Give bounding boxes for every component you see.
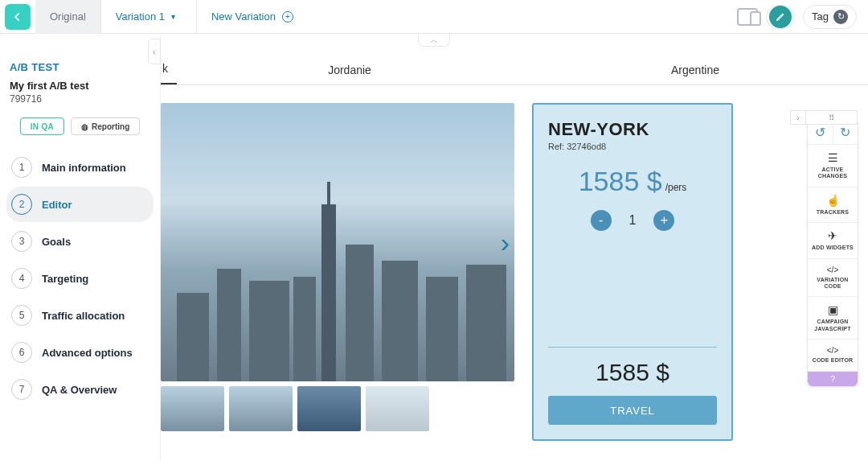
code-icon: </> <box>810 346 855 355</box>
preview-image-wrap: › <box>161 103 514 441</box>
preview-tab-jordanie[interactable]: Jordanie <box>177 64 522 84</box>
thumb-4[interactable] <box>366 386 429 431</box>
preview-content: › NEW-YORK Ref: 32746od8 1585 $/pers - 1 <box>161 85 868 441</box>
thumb-3[interactable] <box>297 386 361 431</box>
top-bar: Original Variation 1 ▾ New Variation + T… <box>0 0 868 34</box>
tool-variation-code[interactable]: </>VARIATION CODE <box>808 259 858 298</box>
test-name: My first A/B test <box>10 80 150 92</box>
new-variation-button[interactable]: New Variation + <box>203 10 301 23</box>
preview-tab-argentine[interactable]: Argentine <box>522 64 868 84</box>
tool-campaign-js[interactable]: ▣CAMPAIGN JAVASCRIPT <box>808 297 858 340</box>
chart-icon: ◍ <box>81 122 88 131</box>
tool-add-widgets[interactable]: ✈ADD WIDGETS <box>808 223 858 258</box>
rocket-icon: ✈ <box>810 229 855 242</box>
tool-code-editor[interactable]: </>CODE EDITOR <box>808 340 858 371</box>
step-qa-overview[interactable]: 7QA & Overview <box>6 372 154 407</box>
refresh-icon: ↻ <box>833 10 848 24</box>
tab-variation-label: Variation 1 <box>116 10 165 23</box>
step-targeting[interactable]: 4Targeting <box>6 261 154 296</box>
plus-icon: + <box>282 11 293 23</box>
status-badge-qa[interactable]: IN QA <box>20 117 64 135</box>
qty-increase-button[interactable]: + <box>653 210 674 231</box>
collapse-top-button[interactable]: ︿ <box>418 34 450 47</box>
chevron-up-icon: ︿ <box>430 35 438 46</box>
new-variation-label: New Variation <box>211 10 276 23</box>
edit-mode-pill[interactable] <box>766 5 795 29</box>
tool-active-changes[interactable]: ☰ACTIVE CHANGES <box>808 145 858 187</box>
sidebar-badges: IN QA ◍ Reporting <box>0 113 160 146</box>
step-traffic-allocation[interactable]: 5Traffic allocation <box>6 298 154 333</box>
tab-variation-1[interactable]: Variation 1 ▾ <box>101 0 190 34</box>
card-title: NEW-YORK <box>548 119 717 140</box>
code-icon: </> <box>810 265 855 274</box>
list-icon: ☰ <box>810 151 855 164</box>
thumb-2[interactable] <box>229 386 293 431</box>
card-price-value: 1585 $ <box>579 166 662 196</box>
step-goals[interactable]: 3Goals <box>6 224 154 259</box>
qty-stepper: - 1 + <box>548 210 717 231</box>
main-area: ‹ A/B TEST My first A/B test 799716 IN Q… <box>0 34 868 461</box>
preview-canvas: k Jordanie Argentine › <box>161 34 868 461</box>
top-right-tools: Tag ↻ <box>737 5 868 29</box>
step-main-information[interactable]: 1Main information <box>6 150 154 185</box>
card-price-per: /pers <box>665 182 687 193</box>
preview-tab-newyork[interactable]: k <box>161 62 177 84</box>
preview-thumbs <box>161 386 514 431</box>
collapse-sidebar-button[interactable]: ‹ <box>148 39 161 64</box>
preview-hero-image: › <box>161 103 514 381</box>
panel-expand-button[interactable]: › <box>790 110 806 125</box>
test-id: 799716 <box>10 93 150 105</box>
card-total: 1585 $ <box>548 359 717 386</box>
device-preview-icon[interactable] <box>737 8 758 26</box>
panel-grid-icon[interactable]: ⠿ <box>806 110 858 125</box>
tag-label: Tag <box>812 10 829 23</box>
travel-button[interactable]: TRAVEL <box>548 396 717 425</box>
product-card: NEW-YORK Ref: 32746od8 1585 $/pers - 1 +… <box>532 103 733 441</box>
chevron-down-icon: ▾ <box>171 12 175 21</box>
card-ref: Ref: 32746od8 <box>548 142 717 151</box>
step-editor[interactable]: 2Editor <box>6 187 154 222</box>
qty-value: 1 <box>629 213 637 228</box>
preview-tabbar: k Jordanie Argentine <box>161 53 868 85</box>
step-list: 1Main information 2Editor 3Goals 4Target… <box>0 146 160 412</box>
step-advanced-options[interactable]: 6Advanced options <box>6 335 154 370</box>
sidebar: ‹ A/B TEST My first A/B test 799716 IN Q… <box>0 34 161 461</box>
pencil-icon <box>769 6 792 28</box>
qty-decrease-button[interactable]: - <box>591 210 612 231</box>
test-type: A/B TEST <box>10 61 150 73</box>
help-button[interactable]: ? <box>808 372 858 386</box>
sidebar-header: A/B TEST My first A/B test 799716 <box>0 34 160 113</box>
card-divider <box>548 347 717 348</box>
card-price: 1585 $/pers <box>548 166 717 197</box>
back-button[interactable] <box>5 4 31 30</box>
carousel-next-button[interactable]: › <box>501 227 510 258</box>
pointer-icon: ☝ <box>810 194 855 207</box>
tool-trackers[interactable]: ☝TRACKERS <box>808 187 858 223</box>
divider <box>196 0 197 34</box>
thumb-1[interactable] <box>161 386 224 431</box>
right-tools-panel: › ⠿ ↺ ↻ ☰ACTIVE CHANGES ☝TRACKERS ✈ADD W… <box>807 119 858 387</box>
reporting-label: Reporting <box>92 122 129 131</box>
tag-pill[interactable]: Tag ↻ <box>803 5 857 29</box>
js-icon: ▣ <box>810 303 855 316</box>
reporting-button[interactable]: ◍ Reporting <box>71 117 140 135</box>
tab-original[interactable]: Original <box>35 0 101 34</box>
